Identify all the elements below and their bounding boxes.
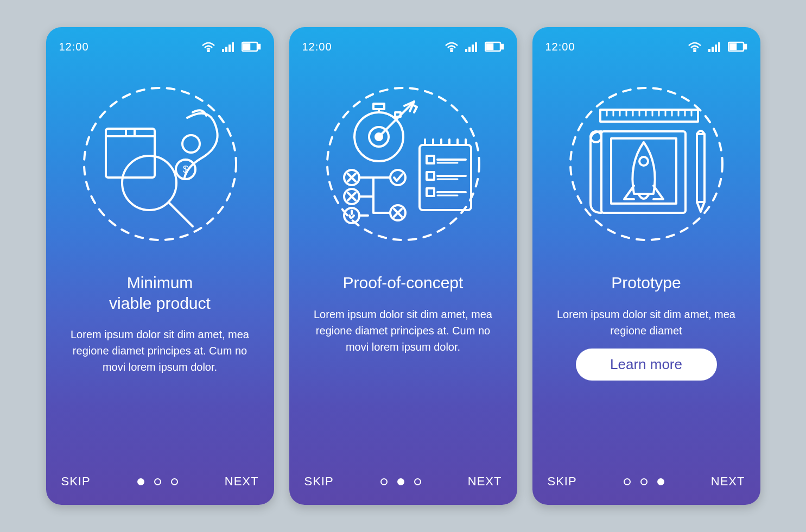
svg-rect-56: [715, 45, 717, 52]
svg-line-11: [169, 203, 193, 226]
svg-rect-44: [427, 156, 434, 163]
dot-3[interactable]: [657, 478, 664, 485]
page-indicator: [380, 478, 421, 485]
battery-icon: [728, 41, 747, 52]
svg-point-35: [390, 170, 405, 185]
dot-3[interactable]: [414, 478, 421, 485]
dot-1[interactable]: [380, 478, 388, 485]
onboarding-screen-prototype: 12:00: [532, 27, 760, 505]
svg-point-12: [182, 135, 200, 153]
svg-rect-1: [222, 49, 224, 52]
svg-rect-7: [244, 44, 250, 49]
svg-rect-17: [468, 47, 471, 52]
dot-2[interactable]: [397, 478, 404, 485]
svg-point-53: [694, 50, 695, 52]
skip-button[interactable]: SKIP: [304, 474, 334, 489]
screen-description: Lorem ipsum dolor sit dim amet, mea regi…: [59, 326, 261, 375]
status-time: 12:00: [545, 41, 575, 53]
onboarding-screen-poc: 12:00: [289, 27, 517, 505]
signal-icon: [465, 41, 478, 52]
svg-rect-60: [730, 44, 736, 49]
svg-point-0: [207, 50, 209, 52]
screen-description: Lorem ipsum dolor sit dim amet, mea regi…: [302, 306, 504, 355]
status-time: 12:00: [302, 41, 332, 53]
svg-rect-81: [697, 134, 705, 202]
svg-rect-16: [465, 49, 467, 52]
svg-rect-2: [225, 47, 227, 52]
dot-3[interactable]: [171, 478, 178, 485]
status-time: 12:00: [59, 41, 89, 53]
skip-button[interactable]: SKIP: [548, 474, 577, 489]
poc-illustration: [302, 72, 504, 256]
signal-icon: [708, 41, 721, 52]
status-icons: [445, 41, 504, 52]
battery-icon: [242, 41, 261, 52]
page-indicator: [624, 478, 664, 485]
bottom-nav: SKIP NEXT: [545, 474, 747, 489]
status-bar: 12:00: [302, 38, 504, 55]
svg-rect-55: [712, 47, 714, 52]
status-bar: 12:00: [59, 38, 261, 55]
wifi-icon: [688, 41, 702, 52]
svg-rect-54: [708, 49, 710, 52]
learn-more-button[interactable]: Learn more: [576, 349, 717, 381]
dot-1[interactable]: [137, 478, 144, 485]
svg-point-15: [450, 50, 452, 52]
svg-rect-22: [487, 44, 493, 49]
status-bar: 12:00: [545, 38, 747, 55]
svg-rect-3: [229, 45, 231, 52]
dot-2[interactable]: [154, 478, 161, 485]
next-button[interactable]: NEXT: [225, 474, 259, 489]
svg-rect-62: [600, 110, 698, 122]
screen-title: Prototype: [545, 273, 747, 293]
dot-2[interactable]: [640, 478, 648, 485]
screen-description: Lorem ipsum dolor sit dim amet, mea regi…: [545, 306, 747, 339]
status-icons: [688, 41, 747, 52]
battery-icon: [485, 41, 504, 52]
bottom-nav: SKIP NEXT: [302, 474, 504, 489]
onboarding-screen-mvp: 12:00 $ Minimum viable product Lorem ips…: [46, 27, 274, 505]
wifi-icon: [445, 41, 459, 52]
svg-rect-57: [718, 42, 720, 52]
svg-rect-47: [427, 172, 434, 180]
screen-title: Proof-of-concept: [302, 273, 504, 293]
prototype-illustration: [545, 72, 747, 256]
mvp-illustration: $: [59, 72, 261, 256]
svg-point-80: [639, 157, 648, 166]
signal-icon: [222, 41, 235, 52]
svg-rect-18: [472, 45, 474, 52]
svg-text:$: $: [182, 164, 188, 175]
svg-rect-50: [427, 188, 434, 196]
bottom-nav: SKIP NEXT: [59, 474, 261, 489]
svg-rect-21: [501, 45, 503, 49]
status-icons: [201, 41, 261, 52]
svg-rect-6: [258, 45, 260, 49]
svg-point-10: [122, 156, 176, 210]
next-button[interactable]: NEXT: [468, 474, 502, 489]
page-indicator: [137, 478, 178, 485]
svg-rect-4: [232, 42, 234, 52]
dot-1[interactable]: [624, 478, 631, 485]
wifi-icon: [201, 41, 215, 52]
svg-rect-19: [475, 42, 477, 52]
screen-title: Minimum viable product: [59, 273, 261, 313]
svg-rect-59: [744, 45, 746, 49]
skip-button[interactable]: SKIP: [61, 474, 91, 489]
next-button[interactable]: NEXT: [711, 474, 745, 489]
